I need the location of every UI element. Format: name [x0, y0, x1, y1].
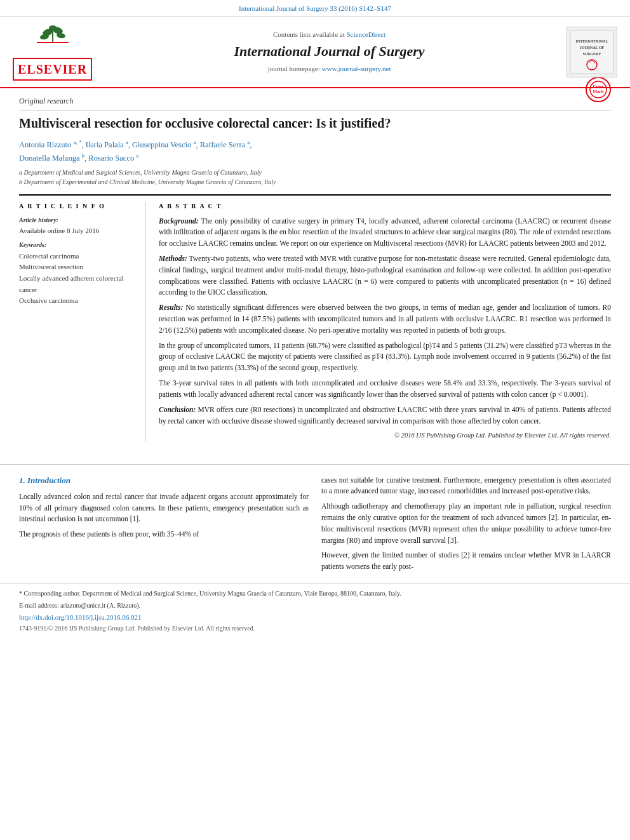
keyword-1: Colorectal carcinoma [19, 251, 138, 262]
affiliations: a Department of Medical and Surgical Sci… [19, 168, 611, 187]
methods-label: Methods: [159, 255, 187, 262]
svg-text:JOURNAL OF: JOURNAL OF [580, 46, 605, 50]
intro-right-para-2: Although radiotherapy and chemotherapy p… [321, 501, 611, 546]
svg-text:Mark: Mark [593, 89, 603, 94]
abstract-conclusion: Conclusion: MVR offers cure (R0 resectio… [159, 404, 611, 427]
author-palaia: Ilaria Palaia [86, 140, 124, 149]
svg-text:INTERNATIONAL: INTERNATIONAL [576, 39, 608, 43]
abstract-background: Background: The only possibility of cura… [159, 216, 611, 250]
journal-reference-text: International Journal of Surgery 33 (201… [239, 4, 391, 12]
footer-area: * Corresponding author. Department of Me… [0, 583, 630, 639]
body-content: 1. Introduction Locally advanced colon a… [0, 475, 630, 577]
author-rizzuto: Antonia Rizzuto [19, 140, 71, 149]
keyword-4: Occlusive carcinoma [19, 295, 138, 307]
corresponding-author-note: * Corresponding author. Department of Me… [19, 589, 611, 598]
abstract-results-2: In the group of uncomplicated tumors, 11… [159, 340, 611, 374]
article-title: Multivisceral resection for occlusive co… [19, 115, 611, 131]
conclusion-label: Conclusion: [159, 406, 196, 413]
introduction-title: 1. Introduction [19, 475, 309, 486]
keywords-list: Colorectal carcinoma Multivisceral resec… [19, 251, 138, 307]
author-serra: Raffaele Serra [200, 140, 246, 149]
history-label: Article history: [19, 216, 138, 225]
elsevier-logo-graphic [34, 23, 72, 58]
elsevier-name-box: ELSEVIER [13, 58, 92, 81]
issn-line: 1743-9191/© 2016 IJS Publishing Group Lt… [19, 624, 611, 633]
abstract-heading: A B S T R A C T [159, 202, 611, 211]
history-value: Available online 8 July 2016 [19, 226, 138, 236]
body-left-col: 1. Introduction Locally advanced colon a… [19, 475, 309, 577]
background-label: Background: [159, 217, 199, 225]
header-center: Contents lists available at ScienceDirec… [92, 30, 566, 74]
article-info-heading: A R T I C L E I N F O [19, 202, 138, 211]
abstract-text: Background: The only possibility of cura… [159, 216, 611, 441]
conclusion-text: MVR offers cure (R0 resections) in uncom… [159, 406, 611, 425]
svg-rect-0 [37, 42, 69, 43]
article-info-col: A R T I C L E I N F O Article history: A… [19, 202, 146, 441]
section-divider [0, 464, 630, 465]
sciencedirect-link[interactable]: ScienceDirect [346, 30, 385, 38]
intro-para-2: The prognosis of these patients is often… [19, 529, 309, 540]
elsevier-name: ELSEVIER [18, 60, 87, 78]
abstract-methods: Methods: Twenty-two patients, who were t… [159, 253, 611, 298]
main-content: Original research Cross Mark Multiviscer… [0, 88, 630, 453]
affiliation-a: a Department of Medical and Surgical Sci… [19, 168, 611, 177]
svg-point-6 [49, 25, 57, 30]
article-info-abstract: A R T I C L E I N F O Article history: A… [19, 194, 611, 441]
journal-link[interactable]: www.journal-surgery.net [322, 65, 391, 72]
copyright-line: © 2016 IJS Publishing Group Ltd. Publish… [159, 430, 611, 441]
abstract-results-3: The 3-year survival rates in all patient… [159, 378, 611, 401]
intro-left-text: Locally advanced colon and rectal cancer… [19, 491, 309, 540]
abstract-results: Results: No statistically significant di… [159, 302, 611, 336]
results-label: Results: [159, 303, 183, 311]
results-text: No statistically significant differences… [159, 303, 611, 334]
svg-text:SURGERY: SURGERY [582, 52, 601, 56]
affiliation-b: b Department of Experimental and Clinica… [19, 177, 611, 187]
body-right-col: cases not suitable for curative treatmen… [321, 475, 611, 577]
journal-logo-svg: INTERNATIONAL JOURNAL OF SURGERY [570, 30, 614, 74]
journal-reference-bar: International Journal of Surgery 33 (201… [0, 0, 630, 17]
author-vescio: Giuseppina Vescio [132, 140, 191, 149]
contents-line: Contents lists available at ScienceDirec… [92, 30, 566, 39]
intro-right-para-1: cases not suitable for curative treatmen… [321, 475, 611, 498]
email-footnote: E-mail address: arizzuto@unicz.it (A. Ri… [19, 601, 611, 610]
article-type: Original research [19, 96, 611, 111]
methods-text: Twenty-two patients, who were treated wi… [159, 255, 611, 296]
journal-logo-right: INTERNATIONAL JOURNAL OF SURGERY [566, 27, 617, 77]
keyword-2: Multivisceral resection [19, 262, 138, 273]
doi-link[interactable]: http://dx.doi.org/10.1016/j.ijsu.2016.06… [19, 613, 611, 622]
keyword-3: Locally advanced adherent colorectal can… [19, 273, 138, 295]
elsevier-logo: ELSEVIER [13, 23, 92, 81]
keywords-label: Keywords: [19, 241, 138, 250]
intro-right-para-3: However, given the limited number of stu… [321, 550, 611, 573]
intro-right-text: cases not suitable for curative treatmen… [321, 475, 611, 573]
abstract-col: A B S T R A C T Background: The only pos… [159, 202, 611, 441]
author-malanga: Donatella Malanga [19, 154, 79, 163]
journal-title: International Journal of Surgery [92, 42, 566, 62]
author-sacco: Rosario Sacco [88, 154, 134, 163]
journal-homepage: journal homepage: www.journal-surgery.ne… [92, 64, 566, 74]
journal-header: ELSEVIER Contents lists available at Sci… [0, 17, 630, 88]
authors-line: Antonia Rizzuto a, *, Ilaria Palaia a, G… [19, 138, 611, 164]
background-text: The only possibility of curative surgery… [159, 217, 611, 248]
intro-para-1: Locally advanced colon and rectal cancer… [19, 491, 309, 525]
